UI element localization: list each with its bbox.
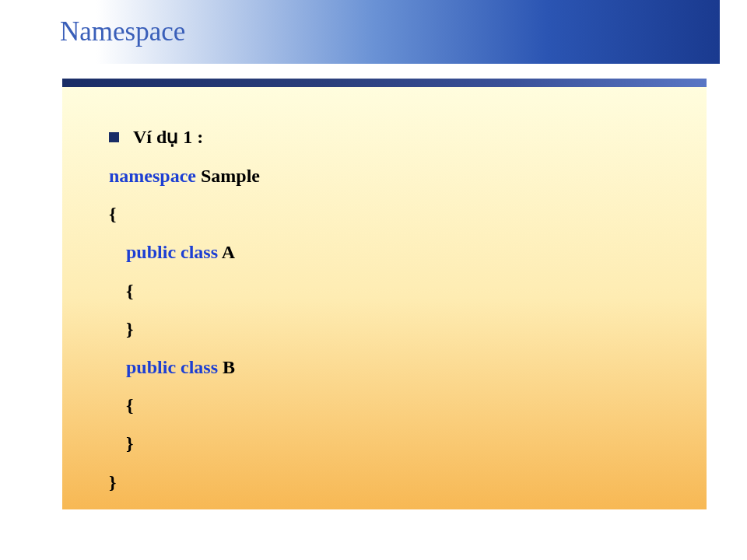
- bullet-row: Ví dụ 1 :: [109, 126, 707, 148]
- code-line-open-brace: {: [109, 205, 707, 224]
- keyword-public-class-b: public class: [126, 357, 223, 377]
- keyword-namespace: namespace: [109, 166, 196, 186]
- code-text-a: A: [222, 242, 235, 262]
- slide-container: Namespace Ví dụ 1 : namespace Sample { p…: [27, 0, 720, 560]
- code-line-inner-open-b: {: [109, 396, 707, 415]
- square-bullet-icon: [109, 132, 119, 142]
- header-accent-bar: [62, 79, 707, 87]
- code-line-namespace: namespace Sample: [109, 166, 707, 186]
- code-text-sample: Sample: [196, 166, 260, 186]
- bullet-label: Ví dụ 1 :: [133, 126, 203, 148]
- keyword-public-class-a: public class: [126, 242, 222, 262]
- code-line-close-brace: }: [109, 473, 707, 492]
- slide-body: Ví dụ 1 : namespace Sample { public clas…: [62, 87, 707, 509]
- slide-title: Namespace: [60, 16, 185, 47]
- code-line-class-a: public class A: [109, 243, 707, 262]
- code-text-b: B: [223, 357, 235, 377]
- code-line-inner-close-a: }: [109, 320, 707, 339]
- slide-header: Namespace: [27, 0, 720, 64]
- code-line-class-b: public class B: [109, 358, 707, 377]
- code-line-inner-close-b: }: [109, 434, 707, 453]
- code-line-inner-open-a: {: [109, 282, 707, 301]
